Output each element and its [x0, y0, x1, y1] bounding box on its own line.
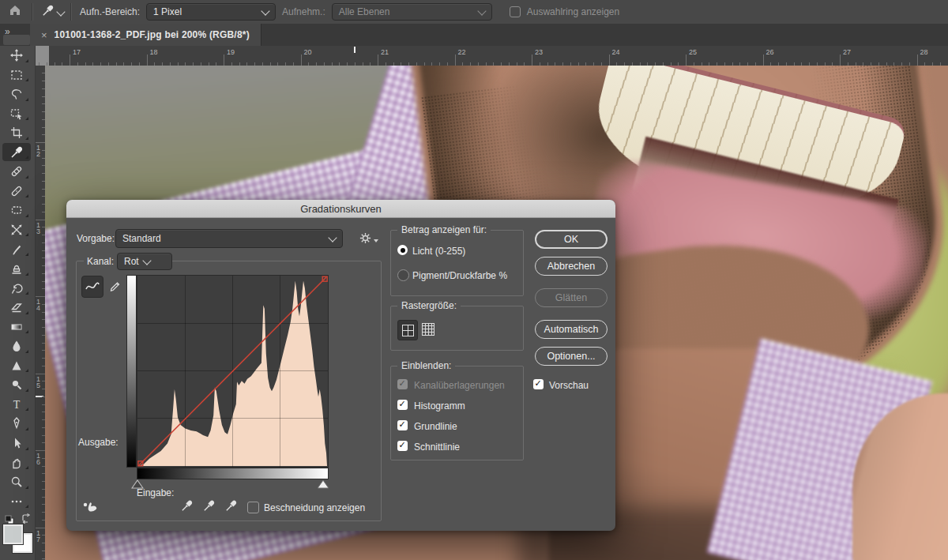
dialog-titlebar[interactable]: Gradationskurven — [66, 200, 615, 218]
smooth-button: Glätten — [535, 288, 608, 307]
sampling-ring-checkbox — [510, 6, 521, 17]
ruler-label: 1 3 — [36, 222, 40, 235]
spot-healing-tool[interactable] — [2, 163, 31, 181]
white-point-eyedropper-icon[interactable] — [224, 499, 238, 516]
ruler-label: 19 — [227, 48, 235, 56]
channel-value: Rot — [124, 256, 139, 267]
pen-tool[interactable] — [2, 415, 31, 433]
ruler-label: 26 — [766, 48, 774, 56]
patch-tool[interactable] — [2, 201, 31, 220]
type-tool[interactable]: T — [2, 395, 31, 413]
coarse-grid-icon — [402, 325, 414, 336]
preset-gear-icon[interactable] — [359, 231, 372, 248]
ellipsis-tool[interactable] — [2, 492, 31, 510]
tab-bar: » × 101001-1368-2_PDF.jpg bei 200% (RGB/… — [0, 24, 948, 46]
healing-brush-icon — [9, 184, 24, 198]
curves-histogram[interactable] — [137, 275, 329, 468]
black-point-eyedropper-icon[interactable] — [180, 499, 194, 516]
chevron-down-icon[interactable] — [56, 7, 65, 16]
brush-tool[interactable] — [2, 240, 31, 258]
clone-stamp-tool[interactable] — [2, 260, 31, 278]
hand-icon — [9, 456, 24, 470]
input-gradient-bar — [137, 468, 329, 479]
eraser-tool[interactable] — [2, 299, 31, 317]
input-label: Eingabe: — [137, 487, 174, 498]
ruler-label: 28 — [920, 48, 928, 56]
options-button[interactable]: Optionen... — [535, 347, 608, 366]
ruler-major-tick — [378, 54, 378, 66]
object-selection-tool[interactable] — [2, 104, 31, 122]
light-radio[interactable] — [397, 245, 408, 255]
eyedropper-tool[interactable] — [2, 143, 31, 161]
coarse-grid-button[interactable] — [397, 320, 418, 340]
foreground-color-swatch[interactable] — [3, 524, 23, 544]
content-aware-move-tool[interactable] — [2, 220, 31, 239]
healing-brush-tool[interactable] — [2, 182, 31, 200]
sample-layers-dropdown: Alle Ebenen — [332, 3, 492, 21]
blur-tool[interactable] — [2, 337, 31, 355]
sample-size-label: Aufn.-Bereich: — [80, 6, 140, 17]
close-tab-icon[interactable]: × — [41, 29, 47, 41]
ruler-major-tick — [35, 142, 45, 143]
clone-stamp-icon — [9, 261, 24, 276]
channel-dropdown[interactable]: Rot — [117, 253, 172, 270]
light-radio-label: Licht (0-255) — [412, 246, 465, 257]
crop-icon — [9, 126, 24, 140]
path-select-tool[interactable] — [2, 434, 31, 453]
ruler-label: 23 — [535, 48, 543, 56]
crop-tool[interactable] — [2, 124, 31, 142]
ruler-major-tick — [532, 54, 532, 66]
ruler-label: 1 2 — [36, 145, 40, 157]
targeted-adjustment-icon[interactable] — [82, 498, 100, 517]
history-brush-icon — [9, 281, 24, 295]
preset-dropdown[interactable]: Standard — [115, 229, 343, 248]
preset-label: Vorgabe: — [77, 233, 115, 244]
ruler-label: 18 — [150, 48, 158, 56]
document-tab[interactable]: × 101001-1368-2_PDF.jpg bei 200% (RGB/8*… — [30, 24, 261, 46]
zoom-tool[interactable] — [2, 473, 31, 491]
pigment-radio[interactable] — [397, 269, 409, 281]
move-tool[interactable] — [2, 47, 31, 65]
output-gradient-bar — [126, 275, 137, 468]
gray-point-eyedropper-icon[interactable] — [202, 499, 216, 516]
intersection-line-checkbox[interactable] — [397, 441, 408, 451]
lasso-tool[interactable] — [2, 85, 31, 103]
cancel-button[interactable]: Abbrechen — [535, 257, 608, 276]
dodge-icon — [9, 378, 24, 392]
sample-size-dropdown[interactable]: 1 Pixel — [146, 3, 276, 21]
color-wells — [0, 512, 35, 559]
eyedropper-icon — [9, 145, 24, 160]
sampling-ring-label: Auswahlring anzeigen — [527, 6, 619, 17]
marquee-tool[interactable] — [2, 66, 31, 84]
ruler-label: 27 — [843, 48, 851, 56]
dodge-tool[interactable] — [2, 376, 31, 394]
show-amount-title: Betrag anzeigen für: — [397, 224, 491, 235]
grid-size-title: Rastergröße: — [397, 300, 461, 311]
ruler-major-tick — [35, 374, 45, 374]
input-white-slider[interactable] — [317, 478, 329, 492]
gradient-icon — [9, 320, 24, 334]
separator — [32, 3, 33, 21]
pencil-mode-button[interactable] — [105, 276, 126, 296]
baseline-checkbox[interactable] — [397, 420, 408, 430]
fine-grid-button[interactable] — [420, 321, 436, 337]
curve-edit-mode-button[interactable] — [81, 276, 103, 298]
eyedropper-tool-icon[interactable] — [41, 4, 55, 21]
chevron-down-icon — [142, 256, 151, 265]
gradient-tool[interactable] — [2, 318, 31, 336]
ruler-major-tick — [70, 54, 70, 66]
hand-tool[interactable] — [2, 453, 31, 472]
default-colors-icon[interactable] — [5, 513, 14, 523]
sharpen-tool[interactable] — [2, 356, 31, 374]
preview-checkbox[interactable] — [533, 379, 544, 389]
ruler-major-tick — [455, 54, 456, 66]
show-clipping-checkbox[interactable] — [247, 502, 259, 513]
ruler-major-tick — [301, 54, 302, 66]
ok-button[interactable]: OK — [535, 230, 608, 249]
auto-button[interactable]: Automatisch — [535, 320, 608, 339]
chevron-down-icon — [477, 6, 486, 15]
ruler-label: 1 7 — [36, 530, 40, 543]
history-brush-tool[interactable] — [2, 279, 31, 297]
home-icon[interactable] — [8, 3, 22, 21]
histogram-checkbox[interactable] — [397, 400, 408, 410]
